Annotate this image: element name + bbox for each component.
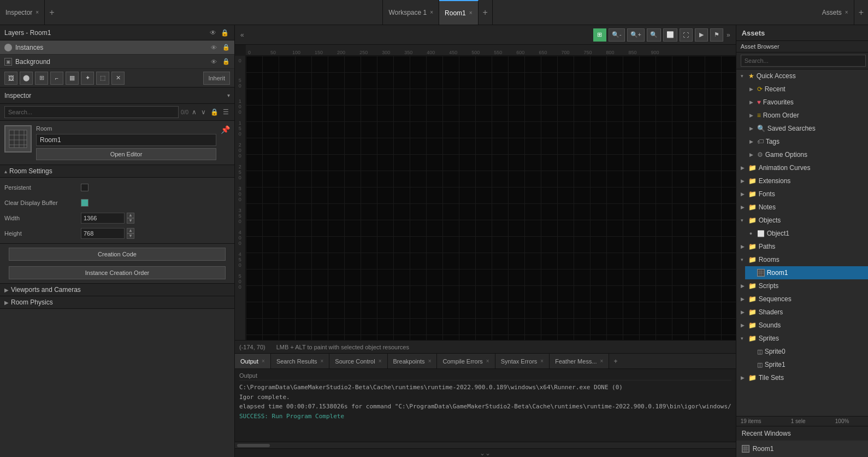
tree-fonts[interactable]: ▶ 📁 Fonts xyxy=(736,188,868,201)
tool-corner[interactable]: ⌐ xyxy=(50,72,63,85)
layer-background-visibility[interactable]: 👁 xyxy=(211,58,217,65)
tool-layer[interactable]: ⊞ xyxy=(35,72,48,85)
layer-instances-lock[interactable]: 🔒 xyxy=(222,44,230,51)
output-tab-source-close[interactable]: × xyxy=(379,358,382,364)
tree-objects[interactable]: ▾ 📁 Objects xyxy=(736,214,868,227)
panel-collapse-right[interactable]: » xyxy=(725,31,731,39)
inspector-search-down[interactable]: ∨ xyxy=(200,108,207,116)
canvas-flag[interactable]: ⚑ xyxy=(710,28,723,42)
canvas-play[interactable]: ▶ xyxy=(695,28,708,42)
canvas-fit-window[interactable]: ⬜ xyxy=(663,28,677,42)
tool-grid[interactable]: ▦ xyxy=(66,72,79,85)
tree-quick-access[interactable]: ▾ ★ Quick Access xyxy=(736,69,868,83)
tab-add-assets[interactable]: + xyxy=(854,8,868,17)
tree-tags[interactable]: ▶ 🏷 Tags xyxy=(745,135,868,148)
output-tab-breakpoints-close[interactable]: × xyxy=(428,358,432,364)
tab-inspector-close[interactable]: × xyxy=(36,9,39,15)
output-tab-syntax-close[interactable]: × xyxy=(540,358,544,364)
canvas-grid[interactable] xyxy=(246,56,736,340)
output-tab-feather[interactable]: Feather Mess... × xyxy=(550,354,609,368)
tool-inherit[interactable]: Inherit xyxy=(203,72,230,85)
tool-seq[interactable]: ⬚ xyxy=(96,72,109,85)
tab-assets-close[interactable]: × xyxy=(845,9,848,15)
inspector-dropdown-arrow[interactable]: ▾ xyxy=(227,92,230,98)
width-input[interactable] xyxy=(81,213,125,224)
output-tab-compile[interactable]: Compile Errors × xyxy=(437,354,495,368)
output-scrollbar[interactable] xyxy=(235,442,736,448)
output-tab-search[interactable]: Search Results × xyxy=(271,354,329,368)
tool-image[interactable]: 🖼 xyxy=(4,72,17,85)
height-spin-down[interactable]: ▼ xyxy=(127,233,134,239)
layer-lock-toggle[interactable]: 🔒 xyxy=(220,29,230,37)
viewports-cameras-header[interactable]: ▶ Viewports and Cameras xyxy=(0,284,234,296)
width-spin-down[interactable]: ▼ xyxy=(127,218,134,224)
recent-item-room1[interactable]: Room1 xyxy=(736,441,868,457)
recent-windows-header[interactable]: Recent Windows ▾ xyxy=(736,426,868,441)
inspector-search-up[interactable]: ∧ xyxy=(191,108,198,116)
tree-sprite0[interactable]: ◫ Sprite0 xyxy=(745,345,868,358)
tool-brush[interactable]: ✦ xyxy=(81,72,94,85)
height-input[interactable] xyxy=(81,228,125,239)
room-pin-icon[interactable]: 📌 xyxy=(221,125,230,134)
bottom-expand[interactable]: ⌄⌄ xyxy=(235,448,736,457)
tree-room1[interactable]: Room1 xyxy=(745,266,868,279)
canvas-zoom-out[interactable]: 🔍- xyxy=(609,28,625,42)
tab-assets[interactable]: Assets × xyxy=(817,0,854,25)
tree-recent[interactable]: ▶ ⟳ Recent xyxy=(745,83,868,96)
tree-room-order[interactable]: ▶ ≡ Room Order xyxy=(745,109,868,122)
canvas-fullscreen[interactable]: ⛶ xyxy=(680,28,693,42)
room-physics-header[interactable]: ▶ Room Physics xyxy=(0,296,234,309)
tab-room1-close[interactable]: × xyxy=(469,10,473,16)
tree-scripts[interactable]: ▶ 📁 Scripts xyxy=(736,279,868,292)
output-tab-feather-close[interactable]: × xyxy=(600,358,604,364)
tree-sequences[interactable]: ▶ 📁 Sequences xyxy=(736,292,868,306)
creation-code-button[interactable]: Creation Code xyxy=(9,248,226,261)
tree-extensions[interactable]: ▶ 📁 Extensions xyxy=(736,174,868,188)
tree-game-options[interactable]: ▶ ⚙ Game Options xyxy=(745,148,868,161)
tool-circle[interactable]: ⬤ xyxy=(20,72,33,85)
inspector-search-menu[interactable]: ☰ xyxy=(222,108,230,116)
layer-instances[interactable]: Instances 👁 🔒 xyxy=(0,40,234,55)
tab-add-left[interactable]: + xyxy=(45,8,58,17)
layer-instances-visibility[interactable]: 👁 xyxy=(211,44,217,51)
tree-shaders[interactable]: ▶ 📁 Shaders xyxy=(736,306,868,319)
output-tab-search-close[interactable]: × xyxy=(320,358,323,364)
tree-animation-curves[interactable]: ▶ 📁 Animation Curves xyxy=(736,161,868,174)
tree-sounds[interactable]: ▶ 📁 Sounds xyxy=(736,319,868,332)
canvas-zoom-in[interactable]: 🔍+ xyxy=(627,28,645,42)
tree-favourites[interactable]: ▶ ♥ Favourites xyxy=(745,96,868,109)
output-content[interactable]: Output C:\ProgramData\GameMakerStudio2-B… xyxy=(235,369,736,442)
output-tab-breakpoints[interactable]: Breakpoints × xyxy=(388,354,438,368)
output-tab-compile-close[interactable]: × xyxy=(486,358,489,364)
open-editor-button[interactable]: Open Editor xyxy=(36,148,216,160)
output-tab-add[interactable]: + xyxy=(609,358,622,365)
asset-search-input[interactable] xyxy=(741,55,866,67)
tab-workspace1[interactable]: Workspace 1 × xyxy=(383,0,439,25)
tab-inspector[interactable]: Inspector × xyxy=(0,0,45,25)
layer-visibility-toggle[interactable]: 👁 xyxy=(209,29,217,37)
tab-workspace1-close[interactable]: × xyxy=(430,9,433,15)
inspector-search-lock[interactable]: 🔒 xyxy=(209,108,220,116)
layer-background[interactable]: ▣ Background 👁 🔒 xyxy=(0,55,234,69)
room-settings-header[interactable]: ▴ Room Settings xyxy=(0,165,234,178)
tree-paths[interactable]: ▶ 📁 Paths xyxy=(736,240,868,253)
clear-buffer-checkbox[interactable] xyxy=(81,199,88,207)
width-spin-up[interactable]: ▲ xyxy=(127,213,134,218)
output-tab-output[interactable]: Output × xyxy=(235,354,271,368)
layer-background-lock[interactable]: 🔒 xyxy=(222,58,230,65)
tree-sprites[interactable]: ▾ 📁 Sprites xyxy=(736,332,868,345)
tab-room1[interactable]: Room1 × xyxy=(439,0,479,25)
tree-object1[interactable]: ● ⬜ Object1 xyxy=(745,227,868,240)
tree-tile-sets[interactable]: ▶ 📁 Tile Sets xyxy=(736,371,868,384)
tree-sprite1[interactable]: ◫ Sprite1 xyxy=(745,358,868,371)
inspector-search-input[interactable] xyxy=(4,106,179,118)
output-tab-syntax[interactable]: Syntax Errors × xyxy=(495,354,550,368)
height-spin-up[interactable]: ▲ xyxy=(127,228,134,233)
tree-rooms[interactable]: ▾ 📁 Rooms xyxy=(736,253,868,266)
panel-collapse-left[interactable]: « xyxy=(239,31,245,39)
output-tab-output-close[interactable]: × xyxy=(262,358,265,364)
tab-add-workspace[interactable]: + xyxy=(479,8,492,17)
tree-saved-searches[interactable]: ▶ 🔍 Saved Searches xyxy=(745,122,868,135)
asset-browser-bar[interactable]: Asset Browser ▾ xyxy=(736,41,868,52)
canvas-grid-toggle[interactable]: ⊞ xyxy=(593,28,606,42)
